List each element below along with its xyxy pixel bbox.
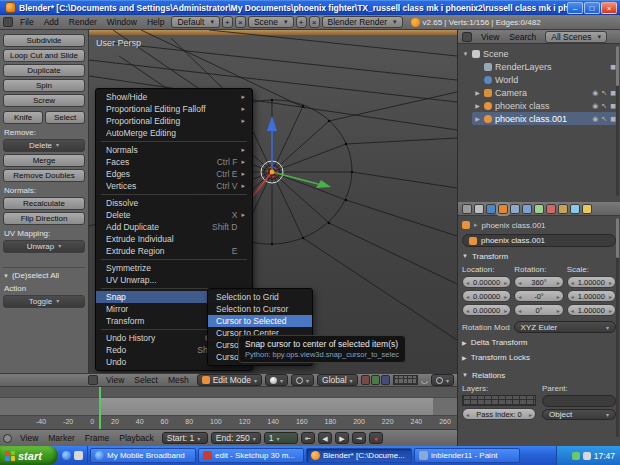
menu-item[interactable]: Edges Ctrl E [96, 168, 252, 180]
layers-widget[interactable] [393, 375, 418, 385]
action-select[interactable]: Toggle [3, 295, 85, 308]
outliner-display-mode-select[interactable]: All Scenes [545, 31, 607, 43]
outliner-row-scene[interactable]: Scene [460, 47, 618, 60]
menubar-menu[interactable]: Help [142, 17, 169, 27]
screen-layout-select[interactable]: Default [171, 16, 219, 28]
rotation-field[interactable]: 360° [514, 276, 563, 288]
orientation-select[interactable]: Global [317, 374, 358, 386]
scale-field[interactable]: 1.00000 [567, 276, 616, 288]
collapsed-panel-header[interactable]: Delta Transform [462, 336, 616, 348]
start-button[interactable]: start [0, 446, 58, 465]
viewport-3d[interactable]: User Persp Show/Hide Proportional Editin… [89, 30, 457, 373]
menu-item[interactable]: Proportional Editing Falloff [96, 103, 252, 115]
expander-icon[interactable] [474, 89, 481, 96]
current-frame-field[interactable]: 1 [264, 432, 298, 444]
outliner-scrollbar[interactable] [616, 46, 619, 196]
outliner-row-renderlayers[interactable]: RenderLayers [472, 60, 618, 73]
play-button[interactable] [335, 432, 349, 444]
menu-item[interactable]: Extrude Region E [96, 245, 252, 257]
menu-item[interactable]: AutoMerge Editing [96, 127, 252, 139]
tray-volume-icon[interactable] [583, 452, 591, 460]
parent-field[interactable] [542, 395, 616, 407]
task-button-blender[interactable]: Blender* [C:\Docume... [306, 448, 412, 463]
jump-to-start-button[interactable] [301, 432, 315, 444]
properties-scrollbar[interactable] [616, 218, 619, 437]
menubar-menu[interactable]: Render [64, 17, 102, 27]
close-button[interactable] [601, 2, 617, 14]
location-field[interactable]: 0.00000 [462, 276, 511, 288]
rotate-manipulator-icon[interactable] [371, 375, 380, 385]
current-frame-indicator[interactable] [99, 387, 101, 429]
delete-layout-button[interactable]: × [235, 16, 246, 28]
location-field[interactable]: 0.00000 [462, 304, 511, 316]
timeline-menu[interactable]: View [15, 433, 43, 443]
location-field[interactable]: 0.00000 [462, 290, 511, 302]
selectability-toggle-icon[interactable] [601, 89, 607, 97]
menu-item[interactable]: Add Duplicate Shift D [96, 221, 252, 233]
minimize-button[interactable] [567, 2, 583, 14]
menubar-menu[interactable]: File [15, 17, 39, 27]
view3d-menu[interactable]: View [101, 375, 129, 385]
shading-select[interactable] [265, 374, 288, 386]
tab-texture-icon[interactable] [558, 204, 568, 214]
timeline-canvas[interactable]: -40-200204060801001201401601802002202402… [0, 387, 457, 429]
menu-item[interactable]: Symmetrize [96, 262, 252, 274]
outliner-row-phoenix-class[interactable]: phoenix class [472, 99, 618, 112]
menu-item[interactable]: Extrude Individual [96, 233, 252, 245]
tab-particles-icon[interactable] [570, 204, 580, 214]
outliner-menu[interactable]: Search [504, 32, 541, 42]
delete-scene-button[interactable]: × [309, 16, 320, 28]
submenu-item[interactable]: Cursor to Selected [208, 315, 312, 327]
rotation-field[interactable]: 0° [514, 304, 563, 316]
toolshelf-button[interactable]: Screw [3, 94, 85, 107]
unwrap-menu-button[interactable]: Unwrap [3, 240, 85, 253]
tray-status-icon[interactable] [572, 452, 580, 460]
relations-panel-header[interactable]: Relations [462, 369, 616, 381]
menu-item[interactable]: Delete X [96, 209, 252, 221]
add-layout-button[interactable]: + [222, 16, 233, 28]
tab-physics-icon[interactable] [582, 204, 592, 214]
flip-direction-button[interactable]: Flip Direction [3, 212, 85, 225]
quick-launch-desktop-icon[interactable] [74, 451, 83, 460]
view3d-editor-icon[interactable] [88, 375, 98, 385]
expander-icon[interactable] [474, 115, 481, 122]
scale-field[interactable]: 1.00000 [567, 304, 616, 316]
object-name-field[interactable]: phoenix class.001 [462, 234, 616, 247]
window-titlebar[interactable]: Blender* [C:\Documents and Settings\Admi… [0, 0, 620, 15]
tab-material-icon[interactable] [546, 204, 556, 214]
snap-magnet-icon[interactable] [421, 376, 428, 385]
collapsed-panel-header[interactable]: Transform Locks [462, 351, 616, 363]
menu-item[interactable]: Show/Hide [96, 91, 252, 103]
menu-item[interactable]: UV Unwrap... [96, 274, 252, 286]
tab-object-icon[interactable] [498, 204, 508, 214]
tab-modifiers-icon[interactable] [522, 204, 532, 214]
transform-panel-header[interactable]: Transform [462, 250, 616, 262]
info-editor-icon[interactable] [3, 17, 13, 27]
toolshelf-button[interactable]: Subdivide [3, 34, 85, 47]
maximize-button[interactable] [584, 2, 600, 14]
outliner-row-camera[interactable]: Camera [472, 86, 618, 99]
menu-item[interactable]: Vertices Ctrl V [96, 180, 252, 192]
menu-item[interactable]: Faces Ctrl F [96, 156, 252, 168]
manipulator-toggles[interactable] [361, 375, 390, 385]
select-button[interactable]: Select [45, 111, 85, 124]
tab-scene-icon[interactable] [474, 204, 484, 214]
rotation-field[interactable]: -0° [514, 290, 563, 302]
layers-grid[interactable] [462, 395, 536, 406]
visibility-toggle-icon[interactable] [592, 102, 598, 110]
timeline-editor-icon[interactable] [3, 434, 12, 443]
pass-index-field[interactable]: Pass Index: 0 [462, 408, 536, 420]
menubar-menu[interactable]: Window [102, 17, 142, 27]
expander-icon[interactable] [474, 102, 481, 109]
tab-constraints-icon[interactable] [510, 204, 520, 214]
render-engine-select[interactable]: Blender Render [322, 16, 403, 28]
rotation-mode-select[interactable]: XYZ Euler [514, 321, 616, 333]
start-frame-field[interactable]: Start: 1 [162, 432, 208, 444]
selectability-toggle-icon[interactable] [601, 115, 607, 123]
timeline-menu[interactable]: Frame [80, 433, 115, 443]
outliner-row-world[interactable]: World [472, 73, 618, 86]
view3d-menu[interactable]: Mesh [163, 375, 194, 385]
scale-field[interactable]: 1.00000 [567, 290, 616, 302]
jump-to-end-button[interactable] [352, 432, 366, 444]
operator-redo-panel-header[interactable]: (De)select All [3, 267, 85, 280]
